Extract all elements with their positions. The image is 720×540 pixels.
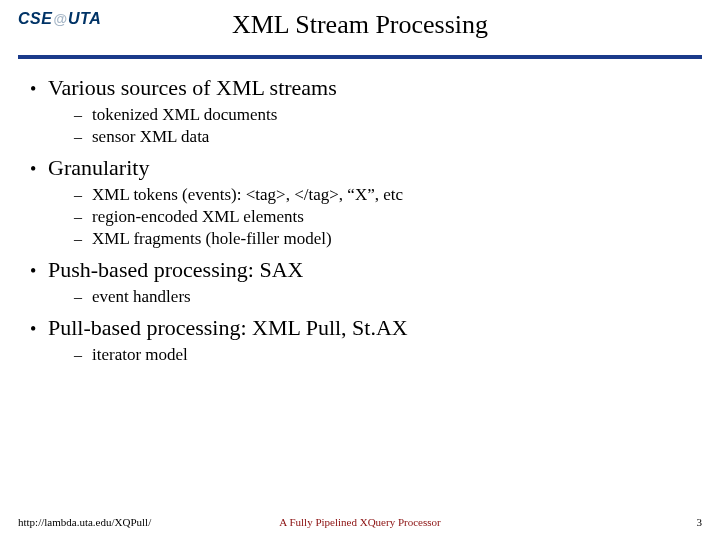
sub-list: –iterator model <box>74 345 690 365</box>
slide: CSE@UTA XML Stream Processing • Various … <box>0 0 720 540</box>
dash-icon: – <box>74 230 92 248</box>
sub-list: –event handlers <box>74 287 690 307</box>
sub-text: region-encoded XML elements <box>92 207 304 227</box>
sub-list: –XML tokens (events): <tag>, </tag>, “X”… <box>74 185 690 249</box>
sub-text: sensor XML data <box>92 127 209 147</box>
content: • Various sources of XML streams –tokeni… <box>30 75 690 373</box>
bullet-text: Granularity <box>48 155 149 181</box>
sub-item: –iterator model <box>74 345 690 365</box>
divider <box>18 55 702 59</box>
list-item: • Pull-based processing: XML Pull, St.AX… <box>30 315 690 365</box>
sub-item: –tokenized XML documents <box>74 105 690 125</box>
bullet-list: • Various sources of XML streams –tokeni… <box>30 75 690 365</box>
sub-item: –region-encoded XML elements <box>74 207 690 227</box>
dash-icon: – <box>74 346 92 364</box>
list-item: • Push-based processing: SAX –event hand… <box>30 257 690 307</box>
bullet-icon: • <box>30 80 48 98</box>
footer: http://lambda.uta.edu/XQPull/ A Fully Pi… <box>18 516 702 528</box>
sub-item: –XML tokens (events): <tag>, </tag>, “X”… <box>74 185 690 205</box>
list-item: • Granularity –XML tokens (events): <tag… <box>30 155 690 249</box>
sub-item: –event handlers <box>74 287 690 307</box>
footer-url: http://lambda.uta.edu/XQPull/ <box>18 516 151 528</box>
bullet-text: Pull-based processing: XML Pull, St.AX <box>48 315 408 341</box>
list-item: • Various sources of XML streams –tokeni… <box>30 75 690 147</box>
dash-icon: – <box>74 288 92 306</box>
dash-icon: – <box>74 208 92 226</box>
sub-text: XML tokens (events): <tag>, </tag>, “X”,… <box>92 185 403 205</box>
sub-list: –tokenized XML documents –sensor XML dat… <box>74 105 690 147</box>
bullet-icon: • <box>30 320 48 338</box>
sub-text: tokenized XML documents <box>92 105 277 125</box>
bullet-icon: • <box>30 160 48 178</box>
bullet-text: Push-based processing: SAX <box>48 257 303 283</box>
sub-text: XML fragments (hole-filler model) <box>92 229 332 249</box>
dash-icon: – <box>74 128 92 146</box>
page-number: 3 <box>697 516 703 528</box>
sub-item: –sensor XML data <box>74 127 690 147</box>
page-title: XML Stream Processing <box>0 10 720 40</box>
footer-title: A Fully Pipelined XQuery Processor <box>279 516 440 528</box>
sub-text: event handlers <box>92 287 191 307</box>
dash-icon: – <box>74 106 92 124</box>
header: CSE@UTA XML Stream Processing <box>0 0 720 55</box>
bullet-icon: • <box>30 262 48 280</box>
bullet-text: Various sources of XML streams <box>48 75 337 101</box>
dash-icon: – <box>74 186 92 204</box>
sub-text: iterator model <box>92 345 188 365</box>
sub-item: –XML fragments (hole-filler model) <box>74 229 690 249</box>
